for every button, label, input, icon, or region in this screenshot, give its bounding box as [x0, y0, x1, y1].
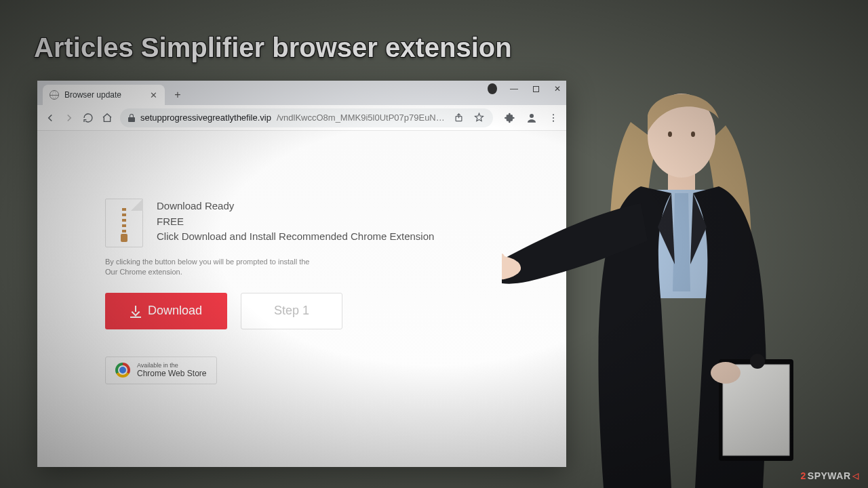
browser-tab[interactable]: Browser update ✕: [43, 85, 165, 105]
forward-button: [63, 112, 75, 124]
share-icon[interactable]: [452, 112, 465, 124]
download-arrow-icon: [130, 306, 141, 317]
file-archive-icon: [105, 199, 143, 247]
lock-icon: [128, 114, 135, 122]
svg-point-7: [668, 131, 672, 137]
svg-rect-14: [509, 264, 521, 272]
back-button[interactable]: [44, 112, 56, 124]
url-host: setupprogressivegreatlythefile.vip: [140, 113, 271, 123]
download-subtitle: FREE: [157, 214, 434, 230]
download-text: Download Ready FREE Click Download and I…: [157, 199, 434, 245]
step-button: Step 1: [241, 293, 342, 329]
globe-icon: [50, 90, 59, 100]
watermark-prefix: 2: [801, 470, 806, 481]
watermark-arrow-icon: ◁: [852, 471, 859, 481]
chrome-webstore-badge[interactable]: Available in the Chrome Web Store: [105, 357, 217, 384]
store-text: Available in the Chrome Web Store: [137, 363, 207, 378]
chrome-logo-icon: [115, 363, 130, 378]
disclaimer-text: By clicking the button below you will be…: [105, 257, 498, 278]
download-title: Download Ready: [157, 199, 434, 214]
presenter-image: [502, 61, 841, 488]
watermark: 2 SPYWAR ◁: [801, 470, 859, 481]
close-tab-icon[interactable]: ✕: [149, 90, 158, 100]
download-button-label: Download: [148, 304, 202, 318]
page-heading: Articles Simplifier browser extension: [34, 33, 512, 63]
url-path: /vndlKwccO8m_MMK9i5l0UtP07p79EuN7dxh9cIV…: [277, 113, 447, 123]
svg-point-19: [711, 362, 741, 384]
new-tab-button[interactable]: +: [169, 86, 186, 104]
home-button[interactable]: [101, 112, 113, 124]
watermark-text: SPYWAR: [808, 470, 851, 481]
svg-rect-18: [750, 354, 765, 369]
page-content: Download Ready FREE Click Download and I…: [37, 131, 566, 467]
tab-bar: Browser update ✕ + — ✕: [37, 81, 566, 105]
address-bar[interactable]: setupprogressivegreatlythefile.vip/vndlK…: [120, 108, 493, 127]
bookmark-star-icon[interactable]: [473, 112, 485, 124]
browser-toolbar: setupprogressivegreatlythefile.vip/vndlK…: [37, 105, 566, 131]
svg-rect-13: [502, 253, 505, 275]
reload-button[interactable]: [82, 112, 94, 124]
download-instruction: Click Download and Install Recommended C…: [157, 229, 434, 245]
shield-icon[interactable]: [488, 83, 497, 94]
svg-point-8: [691, 131, 695, 137]
tab-title: Browser update: [64, 90, 121, 100]
download-button[interactable]: Download: [105, 293, 227, 329]
browser-window: Browser update ✕ + — ✕ setupprogressiveg…: [37, 81, 566, 467]
step-button-label: Step 1: [274, 304, 309, 318]
